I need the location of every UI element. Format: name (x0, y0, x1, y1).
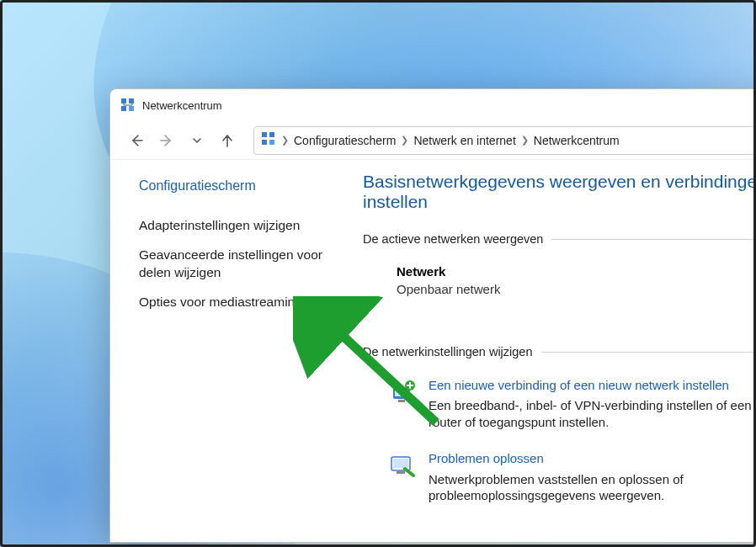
sidebar-heading[interactable]: Configuratiescherm (139, 178, 363, 194)
svg-rect-13 (393, 459, 408, 468)
svg-rect-0 (121, 98, 126, 104)
breadcrumb-item[interactable]: Netwerkcentrum (534, 134, 620, 147)
network-name: Netwerk (397, 264, 756, 279)
section-change-settings: De netwerkinstellingen wijzigen (363, 345, 756, 358)
task-sub: Netwerkproblemen vaststellen en oplossen… (429, 471, 756, 504)
page-heading: Basisnetwerkgegevens weergeven en verbin… (363, 172, 756, 212)
section-active-networks: De actieve netwerken weergeven (363, 232, 756, 246)
svg-rect-7 (269, 140, 274, 145)
network-center-icon (120, 98, 136, 113)
svg-rect-10 (398, 400, 405, 402)
active-network-block: Netwerk Openbaar netwerk (397, 264, 756, 296)
network-center-icon (261, 131, 276, 150)
window-body: Configuratiescherm Adapterinstellingen w… (110, 160, 756, 542)
address-bar[interactable]: ❯ Configuratiescherm ❯ Netwerk en intern… (253, 126, 756, 155)
divider (541, 352, 757, 353)
svg-rect-3 (129, 106, 134, 111)
network-type: Openbaar netwerk (397, 282, 756, 296)
recent-locations-button[interactable] (183, 127, 211, 154)
svg-rect-5 (269, 132, 274, 137)
sidebar-link-adapter-settings[interactable]: Adapterinstellingen wijzigen (139, 217, 341, 235)
task-link-troubleshoot[interactable]: Problemen oplossen (429, 450, 756, 467)
control-panel-window: Netwerkcentrum ❯ Configuratiescherm (109, 88, 756, 543)
troubleshoot-icon (388, 452, 417, 479)
svg-rect-9 (395, 389, 408, 396)
navbar: ❯ Configuratiescherm ❯ Netwerk en intern… (110, 121, 756, 160)
breadcrumb-item[interactable]: Configuratiescherm (294, 134, 396, 147)
up-button[interactable] (213, 127, 242, 154)
new-connection-icon (388, 379, 417, 406)
window-title: Netwerkcentrum (142, 99, 222, 112)
back-button[interactable] (122, 127, 151, 154)
content-area: Basisnetwerkgegevens weergeven en verbin… (363, 160, 756, 542)
sidebar-link-media-streaming[interactable]: Opties voor mediastreaming (139, 294, 341, 311)
task-troubleshoot: Problemen oplossen Netwerkproblemen vast… (388, 450, 756, 503)
chevron-right-icon[interactable]: ❯ (281, 135, 289, 146)
svg-rect-4 (262, 132, 267, 137)
titlebar[interactable]: Netwerkcentrum (110, 89, 756, 121)
section-label-text: De actieve netwerken weergeven (363, 232, 543, 246)
svg-rect-6 (262, 140, 267, 145)
section-label-text: De netwerkinstellingen wijzigen (363, 345, 533, 358)
task-new-connection: Een nieuwe verbinding of een nieuw netwe… (388, 377, 756, 430)
sidebar-link-advanced-sharing[interactable]: Geavanceerde instellingen voor delen wij… (139, 247, 341, 282)
chevron-right-icon[interactable]: ❯ (401, 135, 408, 146)
task-sub: Een breedband-, inbel- of VPN-verbinding… (429, 397, 756, 430)
forward-button[interactable] (152, 127, 181, 154)
svg-rect-14 (397, 471, 405, 474)
sidebar: Configuratiescherm Adapterinstellingen w… (110, 160, 363, 542)
svg-rect-1 (129, 98, 134, 104)
task-link-new-connection[interactable]: Een nieuwe verbinding of een nieuw netwe… (429, 377, 756, 394)
breadcrumb-item[interactable]: Netwerk en internet (413, 134, 515, 147)
chevron-right-icon[interactable]: ❯ (521, 135, 529, 146)
svg-rect-2 (121, 106, 126, 111)
divider (551, 239, 756, 240)
desktop-background: Netwerkcentrum ❯ Configuratiescherm (0, 0, 756, 547)
